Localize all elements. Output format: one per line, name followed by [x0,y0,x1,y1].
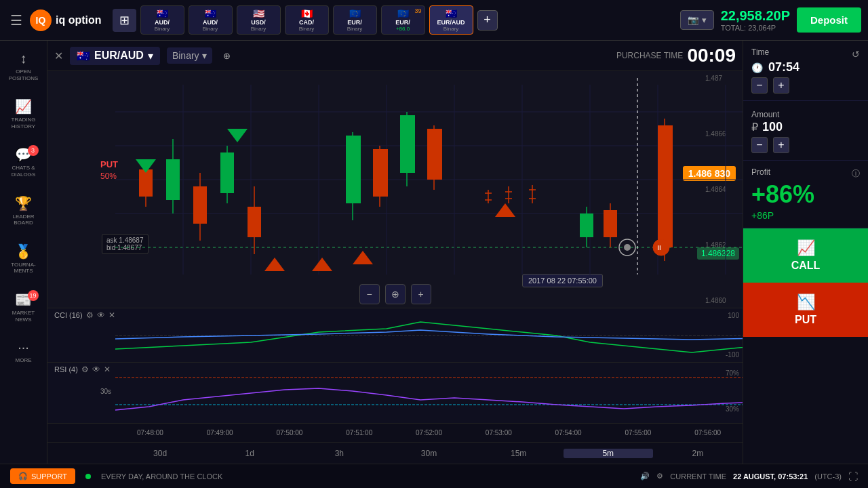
main-area: ↕ OPENPOSITIONS 📈 TRADINGHISTORY 💬 3 CHA… [0,41,868,464]
call-button[interactable]: 📈 CALL [743,228,868,283]
screenshot-button[interactable]: 📷 ▾ [680,10,714,30]
svg-rect-16 [139,169,153,197]
svg-marker-35 [264,258,285,271]
time-07-52: 07:52:00 [394,429,464,436]
rsi-chart: RSI (4) ⚙ 👁 ✕ 70% 30% 30s [47,362,743,423]
time-07-53: 07:53:00 [464,429,534,436]
tf-2m[interactable]: 2m [653,449,743,458]
asset-type-0: Binary [155,26,170,32]
svg-rect-18 [166,159,180,200]
put-button[interactable]: 📉 PUT [743,283,868,337]
time-07-54: 07:54:00 [534,429,604,436]
mode-label: Binary [172,50,199,61]
settings-icon[interactable]: ⚙ [656,472,663,481]
chat-badge: 3 [28,145,39,156]
call-chart-icon: 📈 [797,239,815,257]
time-07-56: 07:56:00 [673,429,743,436]
zoom-in-button[interactable]: + [411,284,431,304]
tf-5m[interactable]: 5m [564,449,653,458]
asset-flag-5: 🇪🇺 [397,8,409,19]
asset-tab-2[interactable]: 🇺🇸 USD/ Binary [237,5,281,35]
profit-info-icon[interactable]: ⓘ [852,168,860,180]
amount-decrease-button[interactable]: − [751,137,768,153]
sidebar-label-history: TRADINGHISTORY [12,117,36,129]
zoom-out-button[interactable]: − [359,284,380,304]
time-decrease-button[interactable]: − [751,77,768,94]
time-reset-icon[interactable]: ↺ [852,49,860,60]
sidebar-label-chats: CHATS &DIALOGS [12,165,36,178]
timezone: (UTC-3) [814,472,842,481]
cci-svg [47,308,743,362]
chevron-down-icon-mode: ▾ [202,50,207,61]
amount-value: 100 [762,120,783,134]
more-icon: ··· [18,340,29,355]
profit-amount: +86P [751,210,860,221]
tf-1d[interactable]: 1d [205,449,294,458]
sidebar-item-tournaments[interactable]: 🥇 TOURNA-MENTS [3,240,44,278]
profit-label: Profit [751,167,770,177]
time-label: Time [751,47,769,57]
grid-button[interactable]: ⊞ [113,9,136,32]
purchase-time: PURCHASE TIME 00:09 [616,45,736,66]
logo-text: iq option [56,14,102,26]
asset-tab-4[interactable]: 🇪🇺 EUR/ Binary [333,5,377,35]
asset-tab-0[interactable]: 🇦🇺 AUD/ Binary [140,5,184,35]
svg-marker-34 [312,258,332,271]
amount-section: Amount ₽ 100 − + [743,101,868,161]
svg-rect-49 [580,214,593,237]
support-button[interactable]: 🎧 SUPPORT [10,468,75,484]
tf-3h[interactable]: 3h [294,449,384,458]
crosshair-button[interactable]: ⊕ [385,284,406,304]
tf-30d[interactable]: 30d [115,449,205,458]
asset-tab-3[interactable]: 🇨🇦 CAD/ Binary [285,5,329,35]
balance-value: 22,958.20P [721,8,790,24]
main-chart: PUT 50% CALL 50% ask 1.48687 bid 1.48677… [47,71,743,308]
asset-tab-6[interactable]: 🇦🇺 EUR/AUD Binary [429,5,473,35]
menu-button[interactable]: ☰ [7,9,26,32]
clock-icon: 🕐 [751,62,763,73]
volume-icon[interactable]: 🔊 [640,472,650,481]
svg-rect-28 [373,149,388,197]
asset-tab-1[interactable]: 🇦🇺 AUD/ Binary [189,5,233,35]
asset-tab-5[interactable]: 39 🇪🇺 EUR/ +86.0 [381,5,425,35]
mode-selector[interactable]: Binary ▾ [167,47,212,64]
crosshair-tool[interactable]: ⊕ [219,49,235,63]
history-icon: 📈 [15,98,32,115]
put-chart-icon: 📉 [797,293,815,311]
logo-icon: IQ [30,9,52,31]
leaderboard-icon: 🏆 [15,195,32,211]
fullscreen-button[interactable]: ⛶ [848,471,858,482]
asset-flag-4: 🇪🇺 [349,8,361,19]
asset-selector[interactable]: 🇦🇺 EUR/AUD ▾ [70,47,160,65]
close-chart-button[interactable]: ✕ [54,49,63,62]
tf-15m[interactable]: 15m [474,449,564,458]
sidebar-item-trading-history[interactable]: 📈 TRADINGHISTORY [3,95,44,133]
sidebar-item-open-positions[interactable]: ↕ OPENPOSITIONS [3,47,44,85]
deposit-button[interactable]: Deposit [797,7,861,33]
balance-container: 22,958.20P TOTAL: 23,064P [721,8,790,32]
online-indicator [85,474,91,479]
asset-type-3: Binary [299,26,315,32]
sidebar-item-leaderboard[interactable]: 🏆 LEADERBOARD [3,192,44,230]
sidebar-item-more[interactable]: ··· MORE [3,336,44,367]
time-controls: − + [751,77,860,94]
time-increase-button[interactable]: + [773,77,789,94]
time-axis: 07:48:00 07:49:00 07:50:00 07:51:00 07:5… [47,423,743,442]
time-value: 07:54 [768,60,800,75]
profit-section: Profit ⓘ +86% +86P [743,161,868,228]
add-asset-button[interactable]: + [477,10,498,30]
asset-type-4: Binary [347,26,363,32]
time-07-49: 07:49:00 [185,429,255,436]
call-label: CALL [791,260,821,272]
sidebar-item-market-news[interactable]: 📰 19 MARKETNEWS [3,288,44,326]
chevron-down-icon: ▾ [148,49,153,62]
countdown-timer: 00:09 [687,45,736,66]
timeframe-bar: 30d 1d 3h 30m 15m 5m 2m [47,442,743,464]
profit-percent: +86% [751,180,860,209]
amount-increase-button[interactable]: + [773,137,789,153]
svg-marker-36 [227,129,248,142]
asset-name-3: CAD/ [299,19,314,26]
sidebar-item-chats[interactable]: 💬 3 CHATS &DIALOGS [3,143,44,181]
tf-30m[interactable]: 30m [384,449,473,458]
candlestick-svg: ⏸ [47,71,743,308]
